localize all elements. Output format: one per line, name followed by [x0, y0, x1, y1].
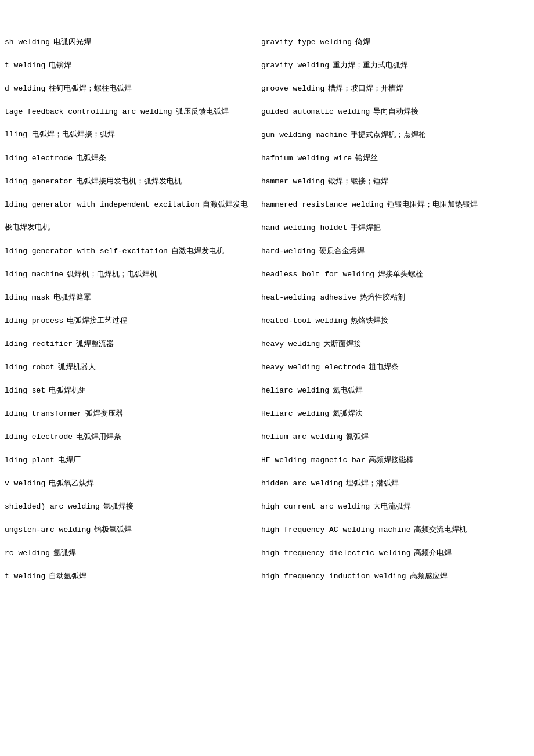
list-item: lling 电弧焊；电弧焊接；弧焊 — [5, 128, 261, 151]
chinese-term: 电弧闪光焊 — [53, 36, 91, 48]
list-item: t welding自动氩弧焊 — [5, 569, 261, 592]
chinese-term: 锻焊；锻接；锤焊 — [328, 175, 388, 187]
english-term: gun welding machine — [261, 129, 347, 141]
english-term: high frequency dielectric welding — [261, 548, 410, 559]
chinese-term: 电弧氧乙炔焊 — [49, 477, 94, 489]
english-term: high frequency induction welding — [261, 571, 406, 582]
chinese-term: 高频感应焊 — [410, 570, 448, 582]
chinese-term: 电弧焊条 — [76, 152, 106, 164]
chinese-term: 倚焊 — [355, 36, 370, 48]
english-term: lding plant — [5, 455, 55, 466]
chinese-term: 粗电焊条 — [369, 361, 399, 373]
english-term: d welding — [5, 83, 45, 95]
english-term: lding rectifier — [5, 339, 73, 350]
list-item: hammer welding锻焊；锻接；锤焊 — [261, 174, 534, 197]
list-item: heat-welding adhesive热熔性胶粘剂 — [261, 290, 534, 314]
chinese-term: 重力焊；重力式电弧焊 — [333, 59, 408, 71]
english-term: lding machine — [5, 269, 63, 280]
english-term: hard-welding — [261, 246, 316, 257]
english-term: heated-tool welding — [261, 315, 347, 327]
english-term: headless bolt for welding — [261, 269, 374, 280]
english-term: lding process — [5, 315, 63, 327]
list-item: groove welding槽焊；坡口焊；开槽焊 — [261, 81, 534, 105]
english-term: lding mask — [5, 292, 50, 304]
chinese-term: 锤锻电阻焊；电阻加热锻焊 — [387, 199, 478, 210]
list-item: lding electrode电弧焊用焊条 — [5, 430, 261, 453]
list-item: headless bolt for welding焊接单头螺栓 — [261, 267, 534, 290]
list-item: guided automatic welding导向自动焊接 — [261, 105, 534, 128]
list-item: lding transformer弧焊变压器 — [5, 406, 261, 430]
chinese-term: 电弧焊用焊条 — [76, 431, 121, 442]
chinese-term: 弧焊机器人 — [58, 361, 96, 373]
english-term: helium arc welding — [261, 431, 342, 443]
english-term: heavy welding — [261, 339, 320, 350]
list-item: lding robot弧焊机器人 — [5, 360, 261, 383]
list-item: Heliarc welding氦弧焊法 — [261, 406, 534, 430]
chinese-term: 弧焊变压器 — [85, 408, 123, 419]
chinese-term: 钨极氩弧焊 — [94, 524, 132, 535]
list-item: ungsten-arc welding钨极氩弧焊 — [5, 523, 261, 546]
english-term: tage feedback controlling arc welding — [5, 106, 172, 118]
list-item: heavy welding electrode粗电焊条 — [261, 360, 534, 383]
english-term: lding set — [5, 385, 45, 397]
chinese-term: 热烙铁焊接 — [351, 315, 388, 326]
chinese-term: 槽焊；坡口焊；开槽焊 — [328, 82, 403, 94]
list-item: lding machine弧焊机；电焊机；电弧焊机 — [5, 267, 261, 290]
list-item: gun welding machine手提式点焊机；点焊枪 — [261, 128, 534, 151]
english-term: v welding — [5, 478, 45, 489]
list-item: v welding电弧氧乙炔焊 — [5, 476, 261, 499]
left-column: sh welding电弧闪光焊t welding电铆焊d welding柱钉电弧… — [0, 35, 261, 592]
chinese-term: 弧焊机；电焊机；电弧焊机 — [67, 268, 157, 280]
list-item: heated-tool welding热烙铁焊接 — [261, 314, 534, 337]
chinese-term: 硬质合金熔焊 — [319, 245, 365, 257]
list-item: t welding电铆焊 — [5, 58, 261, 81]
chinese-term: 大断面焊接 — [323, 338, 361, 350]
english-term: lding electrode — [5, 431, 73, 443]
list-item: heliarc welding氦电弧焊 — [261, 383, 534, 406]
list-item: hard-welding硬质合金熔焊 — [261, 244, 534, 267]
list-item: hand welding holdet手焊焊把 — [261, 221, 534, 244]
chinese-term: 高频焊接磁棒 — [369, 454, 414, 466]
english-term: sh welding — [5, 37, 50, 48]
list-item: lding generator with independent excitat… — [5, 197, 261, 221]
list-item: gravity type welding倚焊 — [261, 35, 534, 58]
english-term: rc welding — [5, 548, 50, 559]
chinese-term: 氦弧焊法 — [333, 408, 363, 419]
list-item: hammered resistance welding锤锻电阻焊；电阻加热锻焊 — [261, 197, 534, 221]
english-term: lling 电弧焊；电弧焊接；弧焊 — [5, 129, 115, 141]
list-item: rc welding氩弧焊 — [5, 546, 261, 569]
chinese-term: 氩弧焊接 — [103, 501, 134, 512]
english-term: ungsten-arc welding — [5, 524, 91, 536]
english-term: hidden arc welding — [261, 478, 342, 489]
english-term: heliarc welding — [261, 385, 329, 397]
list-item: lding rectifier弧焊整流器 — [5, 337, 261, 360]
english-term: heat-welding adhesive — [261, 292, 356, 304]
english-term: hammered resistance welding — [261, 199, 384, 211]
chinese-term: 弧压反馈电弧焊 — [176, 106, 229, 117]
chinese-term: 大电流弧焊 — [373, 501, 411, 512]
english-term: shielded) arc welding — [5, 501, 100, 513]
list-item: sh welding电弧闪光焊 — [5, 35, 261, 58]
chinese-term: 自激电焊发电机 — [171, 245, 224, 257]
english-term: t welding — [5, 60, 45, 71]
chinese-term: 柱钉电弧焊；螺柱电弧焊 — [49, 82, 132, 94]
english-term: lding electrode — [5, 153, 73, 164]
list-item: high frequency AC welding machine高频交流电焊机 — [261, 523, 534, 546]
chinese-term: 手焊焊把 — [351, 222, 381, 233]
list-item: heavy welding大断面焊接 — [261, 337, 534, 360]
english-term: t welding — [5, 571, 45, 582]
english-term: Heliarc welding — [261, 408, 329, 420]
right-column: gravity type welding倚焊gravity welding重力焊… — [261, 35, 534, 592]
english-term: hammer welding — [261, 176, 324, 188]
chinese-term: 自激弧焊发电 — [203, 199, 248, 210]
list-item: 极电焊发电机 — [5, 221, 261, 244]
list-item: lding process电弧焊接工艺过程 — [5, 314, 261, 337]
chinese-term: 氦弧焊 — [346, 431, 369, 442]
chinese-term: 导向自动焊接 — [373, 106, 418, 117]
chinese-term: 氦电弧焊 — [333, 384, 363, 396]
list-item: high frequency dielectric welding高频介电焊 — [261, 546, 534, 569]
list-item: lding set电弧焊机组 — [5, 383, 261, 406]
english-term: lding generator with self-excitation — [5, 246, 168, 257]
chinese-term: 焊接单头螺栓 — [378, 268, 423, 280]
list-item: tage feedback controlling arc welding弧压反… — [5, 105, 261, 128]
